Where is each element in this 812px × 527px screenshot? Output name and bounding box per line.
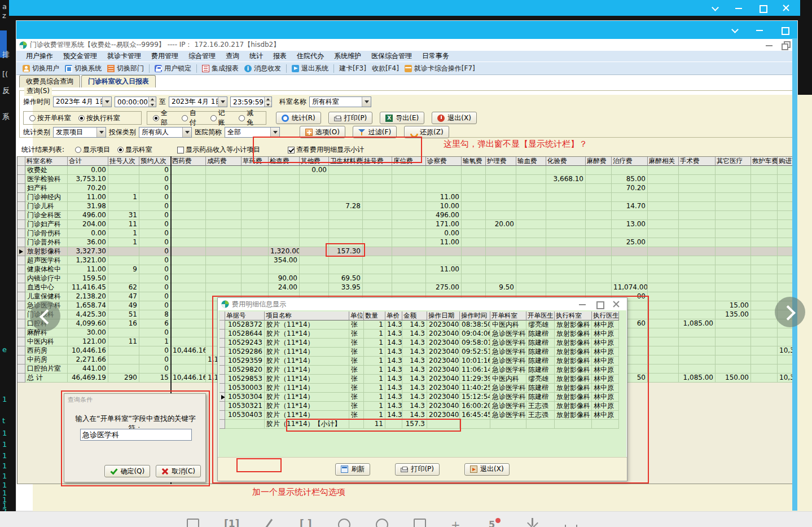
cell[interactable]: [329, 265, 363, 274]
cell[interactable]: [648, 175, 679, 184]
header-cell[interactable]: 治疗费: [612, 157, 648, 166]
cell[interactable]: 1,320.00: [269, 247, 300, 256]
header-cell[interactable]: 挂号人次: [108, 157, 139, 166]
cell[interactable]: [392, 202, 426, 211]
cell[interactable]: [363, 193, 392, 202]
cell[interactable]: [648, 337, 679, 346]
cell[interactable]: [462, 265, 486, 274]
cell[interactable]: [329, 220, 363, 229]
cell[interactable]: [363, 202, 392, 211]
cell[interactable]: [648, 274, 679, 283]
cell[interactable]: [751, 220, 778, 229]
header-cell[interactable]: 诊察费: [426, 157, 462, 166]
cell[interactable]: [300, 256, 329, 265]
cell[interactable]: 441.00: [68, 364, 108, 374]
cell[interactable]: [108, 346, 139, 355]
cell[interactable]: 33.95: [329, 283, 363, 292]
cell[interactable]: 0: [139, 175, 171, 184]
cell[interactable]: [648, 220, 679, 229]
cell[interactable]: [516, 238, 546, 247]
cell[interactable]: 0: [139, 256, 171, 265]
cell[interactable]: [392, 229, 426, 238]
cell[interactable]: 51: [108, 310, 139, 319]
cell[interactable]: 0: [139, 364, 171, 374]
table-row[interactable]: 血透中心11,416.4562024.0033.95275.009.5011,0…: [17, 283, 794, 292]
cell[interactable]: [716, 283, 751, 292]
cell[interactable]: [679, 247, 716, 256]
cell[interactable]: [546, 202, 586, 211]
header-cell[interactable]: 科室名称: [25, 157, 68, 166]
cell[interactable]: [329, 166, 363, 175]
cell[interactable]: [716, 211, 751, 220]
cell[interactable]: 9: [108, 265, 139, 274]
cell[interactable]: [648, 256, 679, 265]
cell[interactable]: [486, 238, 516, 247]
cell[interactable]: [648, 211, 679, 220]
cell[interactable]: 中药房: [25, 355, 68, 364]
cell[interactable]: [363, 166, 392, 175]
cell[interactable]: 0: [139, 238, 171, 247]
cell[interactable]: [751, 256, 778, 265]
cell[interactable]: [392, 184, 426, 193]
cell[interactable]: [716, 166, 751, 175]
cell[interactable]: 8: [139, 310, 171, 319]
brackets-icon[interactable]: [300, 518, 312, 527]
tray-icon[interactable]: [564, 518, 577, 527]
menu-item-10[interactable]: 医保综合管理: [366, 51, 417, 61]
person-icon[interactable]: [375, 518, 388, 527]
cell[interactable]: [716, 364, 751, 374]
cell[interactable]: [242, 220, 269, 229]
chevron-down-icon[interactable]: [182, 128, 191, 137]
cell[interactable]: [751, 319, 778, 328]
cell[interactable]: [648, 193, 679, 202]
cell[interactable]: [363, 274, 392, 283]
cell[interactable]: [516, 265, 546, 274]
cell[interactable]: [300, 211, 329, 220]
cell[interactable]: 0: [139, 355, 171, 364]
cell[interactable]: 2,271.66: [68, 355, 108, 364]
cell[interactable]: [716, 355, 751, 364]
cell[interactable]: [751, 301, 778, 310]
cell[interactable]: 0: [139, 193, 171, 202]
radio-self-pay[interactable]: 自付: [182, 108, 203, 128]
cell[interactable]: [171, 310, 206, 319]
cell[interactable]: [516, 202, 546, 211]
cell[interactable]: [206, 265, 242, 274]
header-cell[interactable]: 输血费: [516, 157, 546, 166]
cell[interactable]: [171, 337, 206, 346]
table-row[interactable]: 门诊普外科36.001011.0025.00: [17, 238, 794, 247]
cell[interactable]: [206, 166, 242, 175]
cell[interactable]: [426, 166, 462, 175]
table-row[interactable]: 健康体检中11.009011.00: [17, 265, 794, 274]
cell[interactable]: [586, 283, 612, 292]
cell[interactable]: [516, 247, 546, 256]
cell[interactable]: [751, 283, 778, 292]
cell[interactable]: 0: [139, 274, 171, 283]
cell[interactable]: [751, 202, 778, 211]
cell[interactable]: [546, 220, 586, 229]
cell[interactable]: 150.00: [716, 374, 751, 383]
square-icon[interactable]: [413, 518, 425, 527]
cell[interactable]: [363, 256, 392, 265]
radio-show-items[interactable]: 显示项目: [75, 145, 117, 155]
cell[interactable]: [206, 211, 242, 220]
plus-icon[interactable]: [451, 518, 463, 527]
cell[interactable]: [171, 220, 206, 229]
tab-dept-daily-report[interactable]: 门诊科室收入日报表: [81, 75, 156, 87]
cell[interactable]: [586, 175, 612, 184]
cell[interactable]: [206, 229, 242, 238]
cell[interactable]: [716, 346, 751, 355]
cell[interactable]: [716, 247, 751, 256]
toolbar-item-8[interactable]: 收款[F4]: [369, 63, 402, 74]
cell[interactable]: [546, 193, 586, 202]
cell[interactable]: 中医内科: [25, 337, 68, 346]
cell[interactable]: [586, 202, 612, 211]
cell[interactable]: [679, 265, 716, 274]
cell[interactable]: [462, 220, 486, 229]
record-icon[interactable]: [489, 518, 501, 527]
chevron-down-icon[interactable]: [731, 26, 739, 34]
cell[interactable]: [546, 247, 586, 256]
spinner-icon[interactable]: [148, 97, 156, 107]
cell[interactable]: [171, 319, 206, 328]
cell[interactable]: [300, 175, 329, 184]
